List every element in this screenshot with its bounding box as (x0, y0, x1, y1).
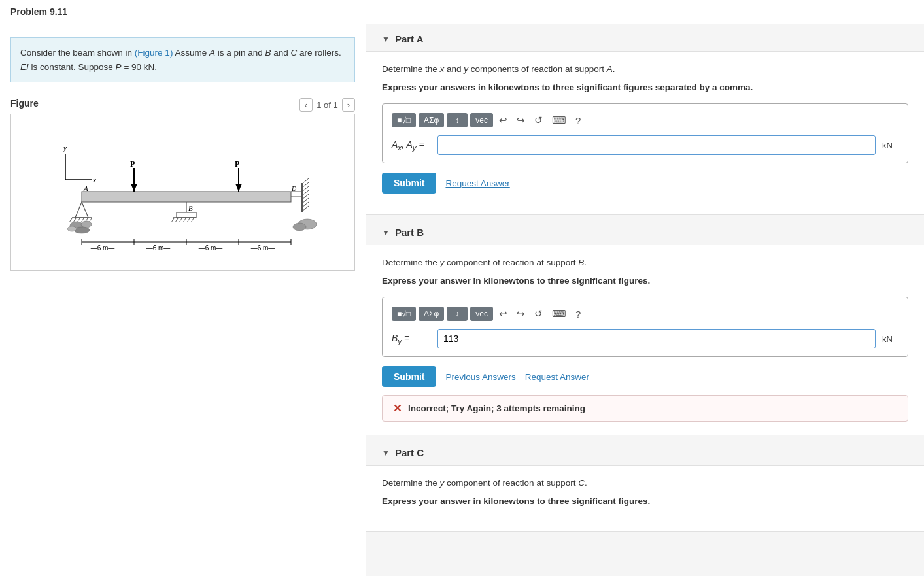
part-a-keyboard-btn[interactable]: ⌨ (549, 112, 570, 129)
left-panel: Consider the beam shown in (Figure 1) As… (0, 24, 366, 576)
svg-text:—6 m—: —6 m— (146, 245, 170, 252)
part-a-symbol-btn[interactable]: AΣφ (419, 113, 444, 127)
part-b-header[interactable]: ▼ Part B (366, 218, 924, 245)
svg-text:y: y (63, 144, 67, 152)
svg-text:—6 m—: —6 m— (90, 245, 114, 252)
svg-text:—6 m—: —6 m— (250, 245, 275, 252)
part-b-error-box: ✕ Incorrect; Try Again; 3 attempts remai… (382, 395, 908, 422)
svg-text:P: P (130, 160, 135, 169)
part-b-submit-button[interactable]: Submit (382, 366, 436, 387)
part-a-input-label: Ax, Ay = (392, 139, 431, 152)
part-b-toolbar: ■√□ AΣφ ↕ vec ↩ ↪ ↺ ⌨ ? (392, 305, 898, 322)
svg-text:P: P (235, 160, 239, 169)
part-b-answer-box: ■√□ AΣφ ↕ vec ↩ ↪ ↺ ⌨ ? By = kN (382, 297, 908, 357)
svg-text:—6 m—: —6 m— (198, 245, 222, 252)
figure-nav-text: 1 of 1 (317, 100, 338, 110)
svg-line-23 (179, 218, 182, 222)
part-b-title: Part B (395, 227, 424, 238)
svg-text:A: A (83, 184, 88, 192)
part-b-vec-btn[interactable]: vec (470, 307, 493, 321)
svg-point-14 (81, 221, 92, 228)
part-a-answer-box: ■√□ AΣφ ↕ vec ↩ ↪ ↺ ⌨ ? Ax, Ay = kN (382, 103, 908, 163)
part-a-unit: kN (882, 141, 898, 150)
part-a-redo-btn[interactable]: ↪ (513, 112, 528, 129)
part-b-reset-btn[interactable]: ↺ (531, 305, 546, 322)
figure-next-button[interactable]: › (342, 98, 355, 112)
part-b-section: ▼ Part B Determine the y component of re… (366, 218, 924, 435)
part-b-action-row: Submit Previous Answers Request Answer (382, 366, 908, 387)
part-b-redo-btn[interactable]: ↪ (513, 305, 528, 322)
part-a-vec-btn[interactable]: vec (470, 113, 493, 127)
part-b-math-btn[interactable]: ■√□ (392, 307, 416, 321)
svg-marker-5 (75, 202, 88, 218)
svg-marker-46 (235, 184, 242, 192)
part-b-instruction: Express your answer in kilonewtons to th… (382, 274, 908, 288)
figure-section: Figure ‹ 1 of 1 › y x (10, 98, 355, 271)
part-b-body: Determine the y component of reaction at… (366, 245, 924, 435)
part-b-symbol-btn[interactable]: AΣφ (419, 307, 444, 321)
part-a-description: Determine the x and y components of reac… (382, 62, 908, 76)
part-b-arrow-btn[interactable]: ↕ (447, 307, 468, 321)
page-header: Problem 9.11 (0, 0, 924, 24)
part-a-instruction: Express your answers in kilonewtons to t… (382, 80, 908, 95)
svg-line-22 (175, 218, 178, 222)
part-c-header[interactable]: ▼ Part C (366, 438, 924, 465)
part-a-arrow-btn[interactable]: ↕ (447, 113, 468, 127)
part-b-collapse-icon: ▼ (382, 228, 390, 237)
svg-rect-4 (82, 192, 291, 202)
part-a-section: ▼ Part A Determine the x and y component… (366, 24, 924, 215)
svg-point-41 (293, 223, 306, 231)
figure-link[interactable]: (Figure 1) (135, 48, 173, 58)
figure-scroll-area[interactable]: y x (10, 114, 355, 271)
svg-text:x: x (92, 176, 96, 184)
svg-line-26 (191, 218, 194, 222)
part-a-title: Part A (395, 33, 424, 44)
part-a-math-btn[interactable]: ■√□ (392, 113, 416, 127)
part-b-error-icon: ✕ (393, 402, 402, 415)
part-b-keyboard-btn[interactable]: ⌨ (549, 305, 570, 322)
part-a-undo-btn[interactable]: ↩ (496, 112, 511, 129)
svg-rect-19 (177, 212, 196, 218)
description-text-before: Consider the beam shown in (20, 48, 135, 58)
part-a-action-row: Submit Request Answer (382, 173, 908, 194)
part-b-error-message: Incorrect; Try Again; 3 attempts remaini… (408, 403, 585, 413)
svg-line-21 (171, 218, 174, 222)
part-b-description: Determine the y component of reaction at… (382, 256, 908, 270)
svg-text:D: D (291, 185, 297, 192)
part-b-previous-answers-button[interactable]: Previous Answers (445, 372, 515, 382)
svg-marker-43 (131, 184, 137, 192)
right-panel: ▼ Part A Determine the x and y component… (366, 24, 924, 576)
part-a-help-btn[interactable]: ? (572, 112, 584, 129)
part-a-reset-btn[interactable]: ↺ (531, 112, 546, 129)
part-c-section: ▼ Part C Determine the y component of re… (366, 438, 924, 531)
part-c-description: Determine the y component of reaction at… (382, 476, 908, 490)
svg-text:B: B (188, 204, 193, 212)
page-title: Problem 9.11 (10, 7, 67, 17)
part-b-unit: kN (882, 334, 898, 344)
part-b-undo-btn[interactable]: ↩ (496, 305, 511, 322)
part-a-body: Determine the x and y components of reac… (366, 51, 924, 215)
part-a-toolbar: ■√□ AΣφ ↕ vec ↩ ↪ ↺ ⌨ ? (392, 112, 898, 129)
part-b-input-row: By = kN (392, 329, 898, 348)
problem-description: Consider the beam shown in (Figure 1) As… (10, 37, 355, 82)
part-b-input[interactable] (437, 329, 876, 348)
part-c-collapse-icon: ▼ (382, 449, 390, 458)
part-a-input-row: Ax, Ay = kN (392, 135, 898, 155)
part-a-collapse-icon: ▼ (382, 35, 390, 44)
part-b-help-btn[interactable]: ? (572, 306, 584, 322)
part-c-instruction: Express your answer in kilonewtons to th… (382, 494, 908, 509)
part-c-body: Determine the y component of reaction at… (366, 465, 924, 531)
beam-svg: y x (46, 121, 320, 252)
part-a-request-answer-button[interactable]: Request Answer (445, 178, 509, 188)
part-a-header[interactable]: ▼ Part A (366, 24, 924, 51)
part-a-input[interactable] (437, 135, 876, 155)
part-a-submit-button[interactable]: Submit (382, 173, 436, 194)
svg-line-24 (183, 218, 186, 222)
svg-line-25 (187, 218, 190, 222)
svg-point-16 (67, 226, 77, 231)
part-c-title: Part C (395, 447, 424, 458)
figure-canvas: y x (11, 114, 354, 258)
figure-navigation: ‹ 1 of 1 › (299, 98, 355, 112)
figure-prev-button[interactable]: ‹ (299, 98, 313, 112)
part-b-request-answer-button[interactable]: Request Answer (525, 372, 589, 382)
